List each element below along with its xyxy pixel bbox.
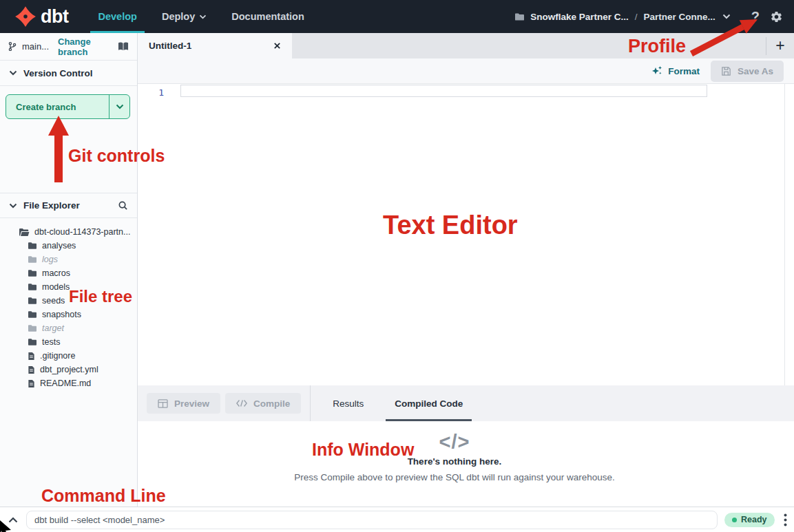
breadcrumb-separator: /	[635, 12, 638, 22]
file-icon	[28, 365, 35, 374]
file-tree-item[interactable]: seeds	[0, 294, 137, 308]
command-placeholder: dbt build --select <model_name>	[34, 515, 165, 525]
command-bar: dbt build --select <model_name> Ready	[0, 507, 794, 532]
save-as-label: Save As	[738, 66, 773, 76]
sidebar: main... Change branch Version Control Cr…	[0, 33, 138, 507]
file-tree: dbt-cloud-114373-partn... analyses logs …	[0, 225, 137, 390]
nav-develop[interactable]: Develop	[90, 0, 144, 33]
tabbar-right: +	[766, 33, 794, 58]
create-branch-label[interactable]: Create branch	[6, 95, 109, 118]
save-as-button[interactable]: Save As	[711, 61, 784, 82]
top-navbar: dbt Develop Deploy Documentation Snowfla…	[0, 0, 794, 33]
compile-button[interactable]: Compile	[225, 393, 301, 414]
file-tree-item[interactable]: README.md	[0, 376, 137, 390]
empty-state-title: There's nothing here.	[408, 456, 502, 467]
file-tree-item[interactable]: dbt_project.yml	[0, 363, 137, 376]
info-window: </> There's nothing here. Press Compile …	[138, 421, 771, 507]
breadcrumb-project[interactable]: Partner Conne...	[644, 12, 715, 22]
format-button[interactable]: Format	[651, 65, 700, 76]
current-branch-name: main...	[22, 41, 49, 52]
docs-book-icon[interactable]	[117, 41, 129, 52]
breadcrumb-account[interactable]: Snowflake Partner C...	[530, 12, 629, 22]
tab-compiled-code[interactable]: Compiled Code	[386, 385, 472, 421]
editor-active-line[interactable]	[180, 85, 707, 97]
new-tab-button[interactable]: +	[766, 33, 794, 58]
kebab-menu-icon[interactable]	[784, 513, 787, 526]
folder-icon	[28, 283, 37, 291]
file-tree-item[interactable]: macros	[0, 266, 137, 280]
dbt-logo-icon	[14, 5, 37, 28]
results-panel-header: Preview Compile Results Compiled Code	[138, 385, 794, 421]
file-explorer-title: File Explorer	[23, 200, 80, 211]
file-tree-item[interactable]: tests	[0, 335, 137, 349]
editor-scrollbar-track	[784, 84, 785, 385]
sparkle-icon	[651, 65, 662, 76]
tab-title: Untitled-1	[149, 41, 191, 51]
folder-icon	[28, 310, 37, 319]
code-icon	[236, 399, 247, 407]
create-branch-button[interactable]: Create branch	[6, 94, 130, 119]
file-tree-item[interactable]: .gitignore	[0, 349, 137, 363]
version-control-title: Version Control	[23, 68, 93, 78]
main-nav: Develop Deploy Documentation	[81, 0, 311, 33]
editor-toolbar: Format Save As	[138, 58, 794, 84]
editor-tab-bar: Untitled-1 +	[138, 33, 794, 58]
folder-icon	[28, 269, 37, 277]
file-icon	[28, 352, 35, 361]
line-number: 1	[153, 87, 164, 98]
file-tree-item[interactable]: analyses	[0, 239, 137, 253]
dbt-logo-text: dbt	[41, 6, 68, 28]
chevron-up-icon[interactable]	[0, 517, 26, 523]
chevron-down-icon	[199, 14, 207, 19]
command-input[interactable]: dbt build --select <model_name>	[26, 511, 718, 529]
nav-documentation[interactable]: Documentation	[224, 0, 312, 33]
version-control-header[interactable]: Version Control	[0, 61, 137, 86]
gear-icon[interactable]	[770, 10, 783, 23]
file-tree-item[interactable]: target	[0, 321, 137, 335]
chevron-down-icon[interactable]	[9, 203, 17, 209]
help-icon[interactable]: ?	[751, 9, 760, 25]
panel-divider	[310, 385, 311, 421]
folder-icon	[28, 242, 37, 250]
file-tree-item-root[interactable]: dbt-cloud-114373-partn...	[0, 225, 137, 239]
navbar-right: Snowflake Partner C... / Partner Conne..…	[514, 9, 783, 25]
code-icon: </>	[439, 431, 470, 454]
create-branch-dropdown[interactable]	[109, 95, 129, 118]
compile-label: Compile	[253, 398, 290, 409]
status-dot	[732, 518, 737, 522]
folder-icon	[28, 338, 37, 346]
chevron-down-icon[interactable]	[9, 70, 17, 76]
file-tree-item[interactable]: snapshots	[0, 308, 137, 321]
git-branch-icon	[8, 41, 17, 52]
dbt-logo[interactable]: dbt	[14, 5, 68, 28]
preview-label: Preview	[174, 398, 209, 409]
code-editor[interactable]: 1	[138, 84, 794, 385]
format-label: Format	[668, 66, 700, 76]
file-tree-item[interactable]: models	[0, 280, 137, 294]
empty-state-subtitle: Press Compile above to preview the SQL d…	[294, 472, 615, 482]
folder-icon	[514, 12, 525, 21]
nav-deploy[interactable]: Deploy	[154, 0, 214, 33]
branch-row: main... Change branch	[0, 33, 137, 61]
save-icon	[721, 66, 731, 76]
file-icon	[28, 379, 35, 388]
table-icon	[158, 399, 168, 408]
preview-button[interactable]: Preview	[147, 393, 220, 414]
folder-icon	[28, 297, 37, 305]
file-tree-item[interactable]: logs	[0, 253, 137, 266]
change-branch-link[interactable]: Change branch	[58, 36, 112, 57]
close-icon[interactable]	[273, 42, 281, 50]
status-badge: Ready	[724, 513, 775, 527]
folder-icon	[28, 255, 37, 264]
dbt-cloud-ide: dbt Develop Deploy Documentation Snowfla…	[0, 0, 794, 532]
tab-results[interactable]: Results	[324, 385, 373, 421]
folder-open-icon	[19, 228, 30, 237]
chevron-down-icon[interactable]	[722, 14, 731, 19]
status-label: Ready	[741, 515, 767, 524]
folder-icon	[28, 324, 37, 332]
search-icon[interactable]	[118, 200, 128, 211]
file-explorer-header[interactable]: File Explorer	[0, 193, 137, 218]
tab-untitled-1[interactable]: Untitled-1	[138, 33, 292, 58]
